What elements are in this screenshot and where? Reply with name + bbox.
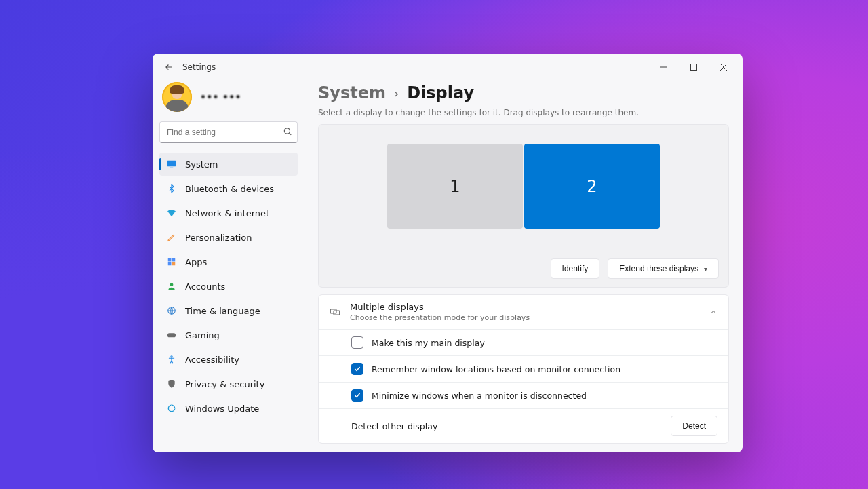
search-box bbox=[159, 121, 298, 143]
button-label: Extend these displays bbox=[619, 264, 698, 273]
sidebar-item-label: Network & internet bbox=[185, 208, 269, 218]
apps-icon bbox=[166, 256, 177, 267]
sidebar-item-personalization[interactable]: Personalization bbox=[159, 226, 298, 249]
chevron-right-icon: › bbox=[394, 86, 399, 100]
accessibility-icon bbox=[166, 354, 177, 365]
sidebar-item-network[interactable]: Network & internet bbox=[159, 201, 298, 224]
gamepad-icon bbox=[166, 330, 177, 340]
svg-rect-0 bbox=[691, 64, 697, 71]
option-main-display[interactable]: Make this my main display bbox=[319, 329, 728, 355]
minimize-button[interactable] bbox=[649, 56, 679, 78]
person-icon bbox=[166, 281, 177, 292]
maximize-button[interactable] bbox=[679, 56, 709, 78]
settings-window: Settings ••• ••• bbox=[153, 54, 743, 452]
check-icon bbox=[353, 365, 361, 373]
svg-point-8 bbox=[170, 283, 174, 286]
minimize-icon bbox=[660, 64, 667, 71]
chevron-up-icon bbox=[709, 306, 717, 319]
svg-rect-3 bbox=[170, 168, 173, 168]
globe-icon bbox=[166, 305, 177, 316]
button-label: Detect bbox=[682, 421, 706, 431]
checkbox-checked[interactable] bbox=[351, 389, 363, 402]
checkbox-checked[interactable] bbox=[351, 363, 363, 375]
arrow-left-icon bbox=[164, 62, 174, 72]
shield-icon bbox=[166, 378, 177, 389]
window-title: Settings bbox=[182, 62, 216, 72]
sidebar-nav: System Bluetooth & devices Network & int… bbox=[159, 153, 298, 420]
sidebar-item-accessibility[interactable]: Accessibility bbox=[159, 348, 298, 371]
checkbox-unchecked[interactable] bbox=[351, 336, 363, 349]
close-button[interactable] bbox=[709, 56, 738, 78]
desktop-wallpaper: Settings ••• ••• bbox=[0, 0, 868, 489]
monitor-2[interactable]: 2 bbox=[524, 144, 660, 229]
search-icon bbox=[283, 126, 292, 139]
panel-title: Multiple displays bbox=[350, 302, 530, 312]
sidebar-item-privacy[interactable]: Privacy & security bbox=[159, 372, 298, 395]
sidebar-item-label: Apps bbox=[185, 257, 207, 267]
svg-rect-10 bbox=[167, 333, 176, 337]
brush-icon bbox=[166, 232, 177, 243]
panel-subtitle: Choose the presentation mode for your di… bbox=[350, 313, 530, 322]
option-label: Minimize windows when a monitor is disco… bbox=[372, 391, 587, 401]
monitor-label: 2 bbox=[587, 177, 597, 196]
wifi-icon bbox=[166, 208, 177, 218]
sidebar-item-label: Personalization bbox=[185, 233, 252, 243]
back-button[interactable] bbox=[159, 58, 178, 77]
search-input[interactable] bbox=[159, 121, 298, 143]
sidebar-item-time[interactable]: Time & language bbox=[159, 299, 298, 322]
sidebar-item-label: Privacy & security bbox=[185, 379, 264, 389]
monitors-canvas[interactable]: 1 2 bbox=[328, 144, 719, 229]
svg-point-1 bbox=[284, 128, 290, 134]
displays-icon bbox=[330, 307, 340, 317]
option-remember-windows[interactable]: Remember window locations based on monit… bbox=[319, 355, 728, 382]
sidebar-item-update[interactable]: Windows Update bbox=[159, 397, 298, 420]
sidebar-item-apps[interactable]: Apps bbox=[159, 250, 298, 273]
sidebar-item-gaming[interactable]: Gaming bbox=[159, 324, 298, 347]
option-minimize-windows[interactable]: Minimize windows when a monitor is disco… bbox=[319, 382, 728, 408]
sidebar-item-label: Accounts bbox=[185, 281, 225, 292]
update-icon bbox=[166, 403, 177, 414]
profile-name: ••• ••• bbox=[200, 92, 241, 102]
monitor-1[interactable]: 1 bbox=[387, 144, 523, 229]
detect-row: Detect other display Detect bbox=[319, 408, 728, 443]
detect-button[interactable]: Detect bbox=[671, 416, 717, 436]
option-label: Make this my main display bbox=[372, 338, 485, 348]
profile[interactable]: ••• ••• bbox=[159, 81, 298, 121]
bluetooth-icon bbox=[166, 183, 177, 194]
svg-rect-5 bbox=[172, 258, 176, 262]
breadcrumb-current: Display bbox=[407, 83, 474, 102]
breadcrumb: System › Display bbox=[318, 81, 729, 102]
titlebar: Settings bbox=[153, 54, 743, 81]
sidebar-item-label: Accessibility bbox=[185, 355, 239, 365]
system-icon bbox=[166, 159, 177, 170]
avatar bbox=[162, 82, 192, 112]
content-area: System › Display Select a display to cha… bbox=[304, 81, 743, 452]
svg-rect-7 bbox=[172, 262, 176, 266]
svg-rect-4 bbox=[168, 258, 172, 262]
sidebar-item-label: Windows Update bbox=[185, 404, 259, 414]
option-label: Remember window locations based on monit… bbox=[372, 364, 620, 374]
detect-label: Detect other display bbox=[351, 421, 437, 431]
button-label: Identify bbox=[562, 264, 589, 273]
svg-rect-2 bbox=[167, 161, 176, 167]
svg-point-11 bbox=[171, 356, 172, 357]
sidebar-item-accounts[interactable]: Accounts bbox=[159, 275, 298, 298]
sidebar-item-bluetooth[interactable]: Bluetooth & devices bbox=[159, 177, 298, 200]
multiple-displays-panel: Multiple displays Choose the presentatio… bbox=[318, 294, 729, 444]
close-icon bbox=[720, 64, 727, 71]
window-controls bbox=[649, 56, 738, 78]
identify-button[interactable]: Identify bbox=[551, 258, 600, 279]
sidebar: ••• ••• System Bluetooth & devices bbox=[153, 81, 304, 452]
sidebar-item-label: Bluetooth & devices bbox=[185, 184, 274, 194]
breadcrumb-parent[interactable]: System bbox=[318, 83, 386, 102]
sidebar-item-label: Time & language bbox=[185, 306, 260, 316]
extend-dropdown[interactable]: Extend these displays ▾ bbox=[608, 258, 719, 279]
check-icon bbox=[353, 391, 361, 399]
panel-header[interactable]: Multiple displays Choose the presentatio… bbox=[319, 295, 728, 329]
sidebar-item-system[interactable]: System bbox=[159, 153, 298, 176]
sidebar-item-label: Gaming bbox=[185, 330, 220, 340]
monitor-label: 1 bbox=[450, 177, 460, 196]
chevron-down-icon: ▾ bbox=[704, 265, 707, 273]
page-hint: Select a display to change the settings … bbox=[318, 108, 729, 117]
svg-rect-6 bbox=[168, 262, 172, 266]
